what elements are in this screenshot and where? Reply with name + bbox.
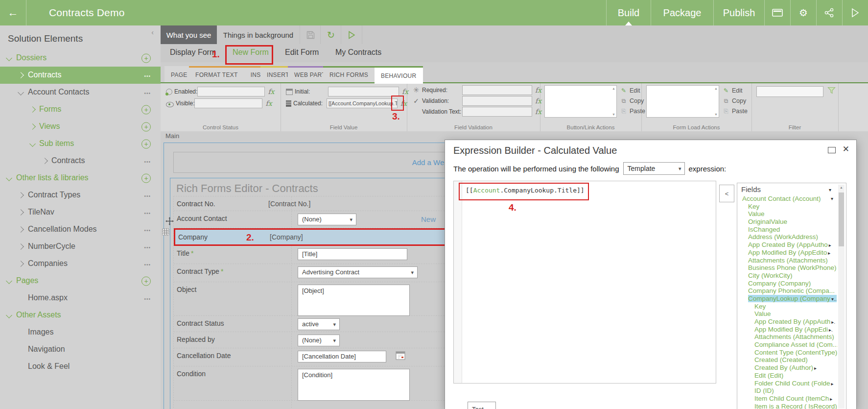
sidebar-item[interactable]: Other Assets	[0, 307, 161, 324]
expand-icon[interactable]: ▸.	[829, 327, 833, 333]
funnel-icon[interactable]	[827, 87, 836, 96]
validation-text-input[interactable]	[462, 107, 532, 117]
sidebar-item[interactable]: Contract Types	[0, 187, 161, 204]
scroll-down-icon[interactable]: ▼	[714, 113, 718, 116]
field-tree-item[interactable]: IsChanged	[737, 226, 837, 234]
expand-icon[interactable]: ▸	[829, 242, 831, 248]
sidebar-item[interactable]: Pages	[0, 272, 161, 289]
sidebar-item-action-icon[interactable]	[144, 208, 151, 217]
tab-what-you-see[interactable]: What you see	[161, 25, 217, 44]
sidebar-item[interactable]: Home.aspx	[0, 289, 161, 307]
share-button[interactable]	[816, 0, 842, 25]
sidebar-item[interactable]: Views	[0, 118, 161, 135]
new-link[interactable]: New	[421, 215, 436, 223]
ribbon-tab-rich-forms[interactable]: RICH FORMS	[323, 68, 375, 82]
chevron-icon[interactable]	[6, 312, 12, 318]
field-tree-item[interactable]: Folder Child Count (Folde▸	[737, 380, 837, 387]
tab-new-form[interactable]: New Form	[233, 48, 269, 57]
sidebar-item-action-icon[interactable]	[144, 88, 151, 97]
field-control[interactable]: (None)	[298, 214, 356, 225]
sidebar-item-action-icon[interactable]	[141, 53, 151, 63]
form-load-paste-button[interactable]: ⎘Paste	[722, 106, 748, 116]
topnav-item[interactable]: Publish	[713, 0, 764, 25]
sidebar-item-action-icon[interactable]	[144, 294, 151, 303]
maximize-icon[interactable]	[828, 147, 836, 153]
expand-icon[interactable]: ▸	[814, 365, 817, 371]
filter-input[interactable]	[756, 86, 823, 97]
chevron-icon[interactable]	[18, 89, 24, 96]
sidebar-item[interactable]: Account Contacts	[0, 84, 161, 101]
sidebar-item[interactable]: Forms	[0, 101, 161, 118]
visible-fx-button[interactable]: fx	[265, 99, 272, 107]
field-control[interactable]: active	[298, 318, 340, 330]
chevron-icon[interactable]	[18, 72, 24, 78]
field-tree-item[interactable]: Attachments (Attachments)	[737, 333, 837, 341]
required-input[interactable]	[462, 85, 532, 95]
expand-icon[interactable]: ▸	[830, 396, 832, 402]
scroll-up-icon[interactable]: ▲	[612, 87, 615, 90]
field-tree-item[interactable]: Address (WorkAddress)	[737, 233, 837, 241]
table-select-handle-icon[interactable]	[162, 228, 169, 238]
expand-icon[interactable]: ▸	[831, 381, 834, 386]
calendar-icon[interactable]	[396, 351, 405, 362]
chevron-icon[interactable]	[18, 192, 24, 198]
sidebar-item-action-icon[interactable]	[141, 173, 151, 183]
field-control[interactable]: (None)	[298, 335, 340, 346]
chevron-icon[interactable]	[6, 175, 12, 181]
chevron-icon[interactable]	[18, 261, 24, 267]
field-tree-item[interactable]: ID (ID)	[737, 387, 837, 395]
field-control[interactable]: [Title]	[298, 248, 407, 260]
fields-scrollbar[interactable]: ▲	[838, 185, 845, 409]
tab-my-contracts[interactable]: My Contracts	[335, 48, 381, 57]
sidebar-item[interactable]: Cancellation Modes	[0, 221, 161, 238]
tab-display-form[interactable]: Display Form	[170, 48, 216, 57]
field-tree-item[interactable]: Business Phone (WorkPhone)	[737, 264, 837, 272]
sidebar-item[interactable]: Other lists & libraries	[0, 169, 161, 187]
run-button[interactable]	[842, 0, 868, 25]
expand-icon[interactable]: ▾..	[831, 296, 837, 302]
field-tree-item[interactable]: Attachments (Attachments)	[737, 257, 837, 265]
sidebar-item-action-icon[interactable]	[144, 157, 151, 166]
field-tree-item[interactable]: Value	[737, 210, 837, 218]
chevron-icon[interactable]	[29, 106, 36, 113]
save-button[interactable]	[300, 25, 321, 44]
tab-things-in-background[interactable]: Things in background	[217, 25, 300, 44]
chevron-icon[interactable]	[6, 278, 12, 284]
field-tree-item[interactable]: Company Phonetic (Compa...	[737, 287, 837, 295]
chevron-icon[interactable]	[18, 209, 24, 216]
ribbon-tab-format-text[interactable]: FORMAT TEXT	[189, 68, 244, 82]
field-tree-item[interactable]: Value	[737, 310, 837, 318]
validation-input[interactable]	[462, 96, 532, 106]
field-tree-item[interactable]: Compliance Asset Id (Com...	[737, 341, 837, 349]
field-tree-item[interactable]: App Modified By (AppEdito▸	[737, 249, 837, 257]
scrollbar-thumb[interactable]	[839, 192, 844, 246]
sidebar-item[interactable]: Contracts	[0, 67, 161, 84]
sidebar-item[interactable]: Sub items	[0, 135, 161, 152]
sidebar-item-action-icon[interactable]	[144, 225, 151, 234]
scroll-down-icon[interactable]: ▼	[612, 113, 615, 116]
calculated-fx-button[interactable]: fx	[400, 99, 407, 107]
chevron-icon[interactable]	[29, 123, 36, 130]
fields-dropdown-icon[interactable]: ▾	[829, 187, 831, 192]
field-control[interactable]: [Condition]	[298, 369, 410, 401]
chevron-icon[interactable]	[6, 55, 12, 61]
field-control[interactable]: [Company]	[270, 233, 303, 241]
expression-text[interactable]: [[Account.CompanyLookup.Title]]	[466, 187, 585, 194]
sidebar-item[interactable]: Navigation	[0, 341, 161, 358]
back-button[interactable]: ←	[0, 0, 26, 25]
expand-icon[interactable]: ▸	[828, 250, 830, 256]
sidebar-item[interactable]: Dossiers	[0, 49, 161, 67]
payment-panel-button[interactable]	[764, 0, 790, 25]
expand-icon[interactable]: ▾	[831, 195, 833, 203]
sidebar-item-action-icon[interactable]	[141, 105, 151, 114]
field-control[interactable]: Advertising Contract	[298, 266, 418, 278]
expand-icon[interactable]: ▸.	[831, 319, 835, 325]
expression-type-select[interactable]: Template	[623, 162, 685, 175]
chevron-icon[interactable]	[18, 243, 24, 250]
chevron-icon[interactable]	[29, 141, 36, 147]
field-tree-item[interactable]: Created By (Author)▸	[737, 364, 837, 372]
field-tree-item[interactable]: Content Type (ContentType)	[737, 349, 837, 357]
field-tree-item[interactable]: Item Child Count (ItemCh▸	[737, 395, 837, 403]
button-link-actions-list[interactable]: ▲ ▼	[544, 85, 617, 118]
sidebar-item[interactable]: Images	[0, 324, 161, 341]
